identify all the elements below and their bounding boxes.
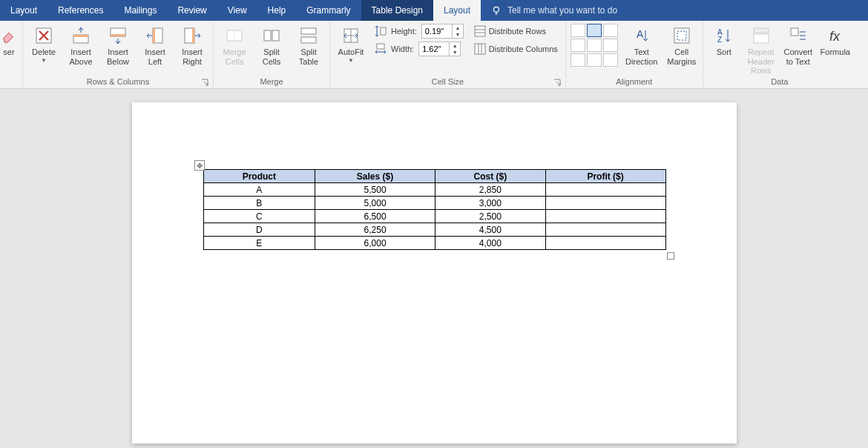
svg-rect-17 — [381, 27, 386, 35]
delete-button[interactable]: Delete ▼ — [27, 24, 60, 64]
tab-table-design[interactable]: Table Design — [361, 0, 433, 21]
convert-text-icon — [788, 25, 809, 46]
split-cells-icon — [261, 25, 282, 46]
svg-rect-30 — [754, 28, 769, 33]
table-cell[interactable]: 6,000 — [315, 237, 435, 250]
spin-up[interactable]: ▲ — [450, 42, 460, 49]
table-cell[interactable] — [545, 197, 665, 210]
tab-help[interactable]: Help — [257, 0, 297, 21]
table-row[interactable]: D6,2504,500 — [203, 223, 665, 237]
table-move-handle[interactable]: ✥ — [194, 160, 205, 171]
table-cell[interactable] — [545, 183, 665, 197]
table-header[interactable]: Product — [203, 170, 315, 183]
dialog-launcher-icon[interactable] — [553, 79, 561, 86]
svg-rect-15 — [301, 37, 316, 43]
chevron-down-icon: ▼ — [348, 57, 354, 64]
tell-me-search[interactable]: Tell me what you want to do — [481, 0, 628, 21]
tab-review[interactable]: Review — [167, 0, 217, 21]
table-resize-handle[interactable] — [667, 252, 674, 260]
distribute-rows-button[interactable]: Distribute Rows — [471, 24, 561, 39]
align-mid-center[interactable] — [587, 39, 602, 52]
group-rows-columns: Rows & Columns — [27, 76, 208, 88]
insert-right-button[interactable]: Insert Right — [176, 24, 208, 66]
convert-to-text-button[interactable]: Convert to Text — [782, 24, 815, 66]
width-spinner[interactable]: ▲▼ — [418, 42, 461, 56]
height-spinner[interactable]: ▲▼ — [421, 24, 464, 39]
tab-mailings[interactable]: Mailings — [114, 0, 167, 21]
tab-grammarly[interactable]: Grammarly — [296, 0, 361, 21]
table-cell[interactable] — [545, 223, 665, 237]
autofit-button[interactable]: AutoFit ▼ — [335, 24, 367, 64]
table-cell[interactable]: 4,000 — [435, 237, 545, 250]
dialog-launcher-icon[interactable] — [201, 79, 208, 86]
tab-table-layout[interactable]: Layout — [433, 0, 481, 21]
split-table-button[interactable]: Split Table — [292, 24, 325, 66]
table-cell[interactable]: E — [203, 237, 315, 250]
table-header[interactable]: Sales ($) — [315, 170, 435, 183]
insert-above-button[interactable]: Insert Above — [65, 24, 97, 66]
align-top-center[interactable] — [587, 24, 602, 37]
data-table[interactable]: Product Sales ($) Cost ($) Profit ($) A5… — [203, 169, 666, 250]
table-cell[interactable]: 4,500 — [435, 223, 545, 237]
table-row[interactable]: C6,5002,500 — [203, 210, 665, 223]
tab-references[interactable]: References — [47, 0, 114, 21]
align-mid-left[interactable] — [571, 39, 585, 52]
table-cell[interactable]: C — [203, 210, 315, 223]
align-top-right[interactable] — [603, 24, 618, 37]
table-cell[interactable]: 2,500 — [435, 210, 545, 223]
table-cell[interactable]: 5,500 — [315, 183, 435, 197]
delete-icon — [33, 25, 54, 46]
table-header[interactable]: Cost ($) — [435, 170, 545, 183]
table-header[interactable]: Profit ($) — [545, 170, 665, 183]
text-direction-button[interactable]: A Text Direction — [625, 24, 658, 66]
table-cell[interactable]: 6,500 — [315, 210, 435, 223]
eraser-button[interactable]: ser — [0, 24, 18, 57]
align-bot-center[interactable] — [587, 53, 602, 67]
table-cell[interactable]: 2,850 — [435, 183, 545, 197]
group-cell-size: Cell Size — [335, 76, 561, 88]
table-cell[interactable]: B — [203, 197, 315, 210]
spin-down[interactable]: ▼ — [450, 49, 460, 56]
cell-margins-button[interactable]: Cell Margins — [665, 24, 698, 66]
table-row[interactable]: B5,0003,000 — [203, 197, 665, 210]
table-row[interactable]: E6,0004,000 — [203, 237, 665, 250]
table-cell[interactable] — [545, 210, 665, 223]
insert-below-icon — [108, 25, 128, 46]
autofit-icon — [341, 25, 361, 46]
table-row[interactable]: A5,5002,850 — [203, 183, 665, 197]
align-bot-left[interactable] — [571, 53, 585, 67]
table-cell[interactable]: 5,000 — [315, 197, 435, 210]
table-cell[interactable]: A — [203, 183, 315, 197]
formula-button[interactable]: fx Formula — [819, 24, 852, 57]
split-cells-button[interactable]: Split Cells — [255, 24, 288, 66]
merge-cells-icon — [224, 25, 245, 46]
svg-rect-10 — [227, 30, 242, 41]
align-top-left[interactable] — [571, 24, 585, 37]
col-width-icon — [375, 43, 387, 55]
table-cell[interactable]: 6,250 — [315, 223, 435, 237]
svg-point-0 — [494, 7, 499, 12]
spin-down[interactable]: ▼ — [453, 31, 463, 38]
table-cell[interactable]: 3,000 — [435, 197, 545, 210]
sort-button[interactable]: AZ Sort — [708, 24, 740, 57]
cell-margins-icon — [671, 25, 692, 46]
width-input[interactable] — [419, 45, 449, 53]
align-mid-right[interactable] — [603, 39, 618, 52]
insert-below-button[interactable]: Insert Below — [102, 24, 134, 66]
table-header-row: Product Sales ($) Cost ($) Profit ($) — [203, 170, 665, 183]
height-input[interactable] — [422, 27, 452, 36]
distribute-rows-icon — [474, 25, 486, 37]
svg-rect-14 — [301, 28, 316, 34]
spin-up[interactable]: ▲ — [453, 24, 463, 31]
document-page[interactable]: ✥ Product Sales ($) Cost ($) Profit ($) … — [132, 102, 737, 444]
group-alignment: Alignment — [571, 76, 698, 88]
table-cell[interactable] — [545, 237, 665, 250]
insert-left-icon — [145, 25, 165, 46]
tab-view[interactable]: View — [217, 0, 257, 21]
insert-left-button[interactable]: Insert Left — [139, 24, 171, 66]
tab-layout[interactable]: Layout — [0, 0, 47, 21]
align-bot-right[interactable] — [603, 53, 618, 67]
distribute-columns-button[interactable]: Distribute Columns — [471, 42, 561, 56]
svg-text:fx: fx — [829, 29, 841, 44]
table-cell[interactable]: D — [203, 223, 315, 237]
